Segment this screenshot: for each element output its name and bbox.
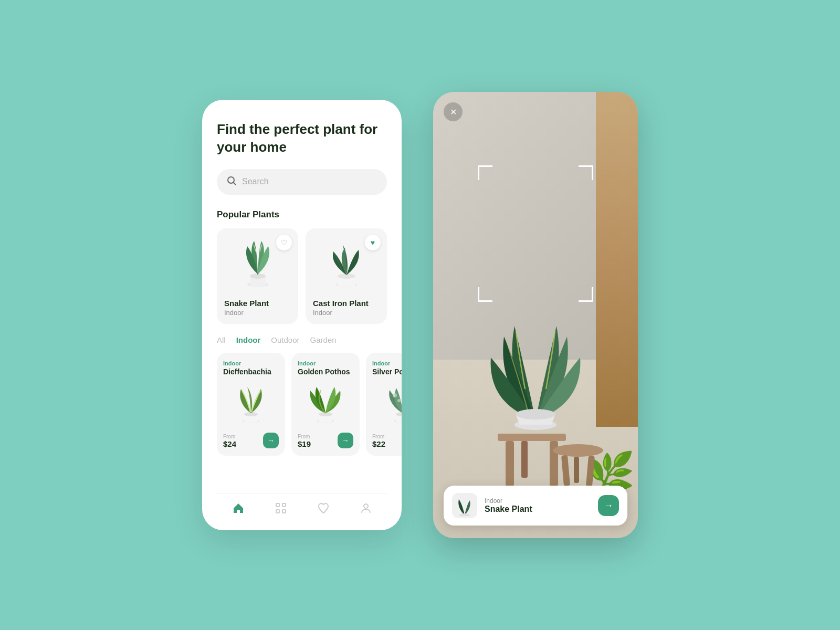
golden-pothos-icon bbox=[306, 383, 345, 425]
snake-plant-type: Indoor bbox=[224, 309, 291, 317]
svg-rect-31 bbox=[521, 441, 528, 478]
svg-point-36 bbox=[459, 513, 470, 516]
filter-tabs: All Indoor Outdoor Garden bbox=[217, 335, 387, 344]
snake-plant-icon bbox=[234, 238, 281, 291]
scan-corner-br bbox=[579, 287, 593, 302]
dieffenbachia-card[interactable]: Indoor Dieffenbachia bbox=[217, 353, 285, 456]
silver-pothos-from-label: From bbox=[372, 434, 385, 439]
popular-grid: ♡ bbox=[217, 228, 387, 324]
silver-pothos-icon bbox=[383, 383, 402, 425]
ar-plant-thumbnail bbox=[452, 493, 477, 518]
golden-pothos-name: Golden Pothos bbox=[298, 368, 353, 376]
popular-section-title: Popular Plants bbox=[217, 209, 387, 220]
ar-info-card: Indoor Snake Plant → bbox=[444, 486, 627, 526]
nav-scan-icon[interactable] bbox=[275, 502, 287, 518]
svg-rect-24 bbox=[282, 510, 286, 513]
ar-arrow-button[interactable]: → bbox=[598, 495, 619, 516]
silver-pothos-name: Silver Pothos bbox=[372, 368, 402, 376]
bottom-nav bbox=[217, 493, 387, 518]
svg-line-1 bbox=[234, 182, 236, 185]
scan-frame bbox=[478, 165, 593, 302]
silver-pothos-card[interactable]: Indoor Silver Pothos bbox=[366, 353, 402, 456]
tab-garden[interactable]: Garden bbox=[310, 335, 337, 344]
tab-all[interactable]: All bbox=[217, 335, 226, 344]
snake-plant-name: Snake Plant bbox=[224, 299, 291, 308]
phone-left: Find the perfect plant for your home Sea… bbox=[202, 100, 402, 530]
golden-pothos-from-label: From bbox=[298, 434, 311, 439]
svg-point-18 bbox=[397, 399, 401, 402]
ar-plant-label: Indoor bbox=[485, 497, 591, 505]
scan-corner-bl bbox=[478, 287, 492, 302]
svg-rect-33 bbox=[561, 455, 570, 486]
silver-pothos-price-row: From $22 → bbox=[372, 433, 402, 448]
golden-pothos-price: $19 bbox=[298, 439, 311, 448]
svg-rect-35 bbox=[574, 457, 579, 483]
search-icon bbox=[226, 175, 237, 188]
svg-rect-34 bbox=[586, 456, 595, 486]
svg-point-27 bbox=[516, 409, 555, 419]
golden-pothos-card[interactable]: Indoor Golden Pothos bbox=[291, 353, 360, 456]
snake-favorite-button[interactable]: ♡ bbox=[276, 235, 292, 250]
scan-corner-tl bbox=[478, 165, 492, 180]
silver-pothos-category: Indoor bbox=[372, 360, 402, 366]
dieffenbachia-arrow-button[interactable]: → bbox=[263, 433, 279, 448]
dieffenbachia-price: $24 bbox=[223, 439, 236, 448]
ar-plant-info: Indoor Snake Plant bbox=[485, 497, 591, 514]
svg-rect-29 bbox=[506, 441, 514, 486]
nav-favorites-icon[interactable] bbox=[317, 502, 330, 518]
svg-point-4 bbox=[250, 274, 266, 279]
tab-indoor[interactable]: Indoor bbox=[236, 335, 261, 344]
plant-list: Indoor Dieffenbachia bbox=[217, 353, 387, 456]
dieffenbachia-category: Indoor bbox=[223, 360, 279, 366]
svg-point-25 bbox=[364, 504, 368, 508]
silver-pothos-image bbox=[372, 380, 402, 427]
golden-pothos-image bbox=[298, 380, 353, 427]
close-button[interactable]: ✕ bbox=[444, 102, 463, 121]
stool-icon bbox=[552, 444, 604, 486]
wood-panel bbox=[596, 92, 638, 427]
svg-rect-22 bbox=[282, 503, 286, 507]
ar-main-plant bbox=[478, 284, 593, 433]
golden-pothos-price-row: From $19 → bbox=[298, 433, 353, 448]
svg-point-17 bbox=[393, 393, 397, 397]
cast-iron-plant-type: Indoor bbox=[313, 309, 380, 317]
dieffenbachia-price-row: From $24 → bbox=[223, 433, 279, 448]
scan-corner-tr bbox=[579, 165, 593, 180]
ar-thumb-icon bbox=[455, 495, 474, 516]
svg-rect-28 bbox=[498, 434, 566, 441]
ar-snake-plant-icon bbox=[478, 284, 593, 431]
golden-pothos-arrow-button[interactable]: → bbox=[338, 433, 353, 448]
nav-home-icon[interactable] bbox=[232, 502, 245, 518]
dieffenbachia-image bbox=[223, 380, 279, 427]
phone-right: ✕ bbox=[433, 92, 638, 538]
svg-rect-21 bbox=[276, 503, 279, 507]
stool bbox=[552, 444, 604, 488]
svg-point-32 bbox=[553, 444, 603, 457]
cast-iron-card[interactable]: ♥ Cast Ir bbox=[306, 228, 387, 324]
cast-iron-favorite-button[interactable]: ♥ bbox=[365, 235, 381, 250]
search-bar[interactable]: Search bbox=[217, 169, 387, 195]
phones-container: Find the perfect plant for your home Sea… bbox=[202, 92, 638, 538]
snake-plant-card[interactable]: ♡ bbox=[217, 228, 298, 324]
dieffenbachia-icon bbox=[232, 383, 271, 425]
tab-outdoor[interactable]: Outdoor bbox=[271, 335, 299, 344]
golden-pothos-category: Indoor bbox=[298, 360, 353, 366]
ar-arrow-icon: → bbox=[604, 500, 613, 511]
silver-pothos-price: $22 bbox=[372, 439, 385, 448]
page-title: Find the perfect plant for your home bbox=[217, 121, 387, 156]
cast-iron-plant-name: Cast Iron Plant bbox=[313, 299, 380, 308]
svg-rect-23 bbox=[276, 510, 279, 513]
dieffenbachia-name: Dieffenbachia bbox=[223, 368, 279, 376]
close-icon: ✕ bbox=[450, 107, 457, 117]
cast-iron-plant-icon bbox=[323, 238, 370, 291]
room-scene: 🌿 bbox=[433, 92, 638, 538]
search-placeholder: Search bbox=[242, 177, 269, 186]
dieffenbachia-from-label: From bbox=[223, 434, 236, 439]
ar-plant-name: Snake Plant bbox=[485, 505, 591, 514]
nav-profile-icon[interactable] bbox=[360, 502, 372, 518]
